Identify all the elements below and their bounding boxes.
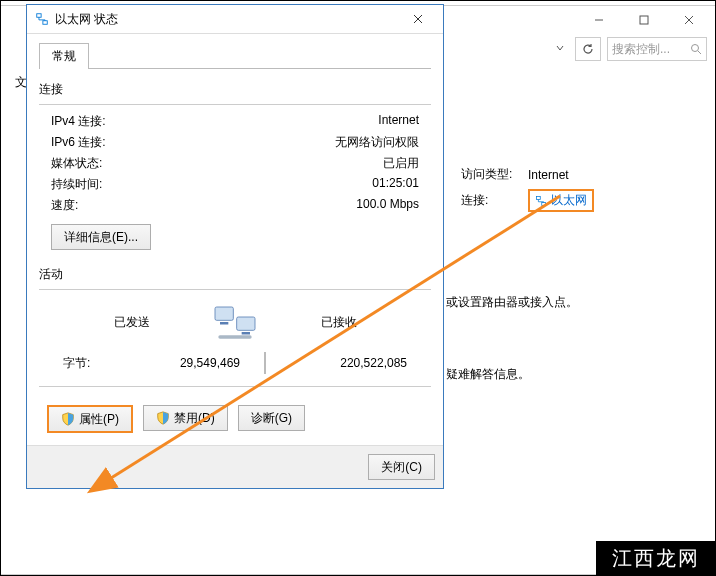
ipv4-value: Internet xyxy=(106,113,419,130)
svg-rect-8 xyxy=(37,14,41,18)
maximize-button[interactable] xyxy=(621,6,666,34)
separator xyxy=(264,352,266,374)
diagnose-button-label: 诊断(G) xyxy=(251,410,292,427)
disable-button-label: 禁用(D) xyxy=(174,410,215,427)
watermark: 江西龙网 xyxy=(596,541,716,576)
activity-section-title: 活动 xyxy=(39,266,431,283)
refresh-button[interactable] xyxy=(575,37,601,61)
ipv6-value: 无网络访问权限 xyxy=(106,134,419,151)
ethernet-link[interactable]: 以太网 xyxy=(528,189,594,212)
tab-strip: 常规 xyxy=(39,42,431,68)
dialog-footer: 关闭(C) xyxy=(27,445,443,488)
network-icon xyxy=(35,12,49,26)
button-row: 属性(P) 禁用(D) 诊断(G) xyxy=(39,395,431,433)
svg-rect-14 xyxy=(220,322,228,325)
bytes-row: 字节: 29,549,469 220,522,085 xyxy=(39,342,431,384)
diagnose-button[interactable]: 诊断(G) xyxy=(238,405,305,431)
details-button[interactable]: 详细信息(E)... xyxy=(51,224,151,250)
svg-rect-15 xyxy=(242,332,250,335)
properties-button-label: 属性(P) xyxy=(79,411,119,428)
properties-button[interactable]: 属性(P) xyxy=(47,405,133,433)
sent-label: 已发送 xyxy=(63,314,200,331)
svg-rect-1 xyxy=(640,16,648,24)
recv-label: 已接收 xyxy=(270,314,407,331)
access-type-label: 访问类型: xyxy=(461,166,516,183)
minimize-button[interactable] xyxy=(576,6,621,34)
svg-rect-7 xyxy=(542,202,546,205)
dialog-title: 以太网 状态 xyxy=(55,11,397,28)
chevron-down-icon[interactable] xyxy=(551,42,569,56)
speed-label: 速度: xyxy=(51,197,78,214)
svg-rect-12 xyxy=(215,307,233,320)
network-icon xyxy=(535,195,547,207)
svg-point-4 xyxy=(692,45,699,52)
ipv4-label: IPv4 连接: xyxy=(51,113,106,130)
svg-line-5 xyxy=(698,51,701,54)
access-type-value: Internet xyxy=(528,168,569,182)
duration-label: 持续时间: xyxy=(51,176,102,193)
bytes-label: 字节: xyxy=(63,355,123,372)
bytes-sent: 29,549,469 xyxy=(123,356,240,370)
tab-general[interactable]: 常规 xyxy=(39,43,89,69)
search-input[interactable]: 搜索控制... xyxy=(607,37,707,61)
computers-icon xyxy=(210,302,260,342)
bg-network-info: 访问类型: Internet 连接: 以太网 xyxy=(461,166,594,218)
connection-section-title: 连接 xyxy=(39,81,431,98)
svg-rect-13 xyxy=(237,317,255,330)
speed-value: 100.0 Mbps xyxy=(78,197,419,214)
ipv6-label: IPv6 连接: xyxy=(51,134,106,151)
connection-label: 连接: xyxy=(461,192,516,209)
media-label: 媒体状态: xyxy=(51,155,102,172)
bytes-recv: 220,522,085 xyxy=(290,356,407,370)
svg-rect-9 xyxy=(43,21,47,25)
ethernet-link-text: 以太网 xyxy=(551,192,587,209)
close-dialog-button[interactable]: 关闭(C) xyxy=(368,454,435,480)
svg-rect-6 xyxy=(537,196,541,199)
shield-icon xyxy=(61,412,75,426)
ethernet-status-dialog: 以太网 状态 常规 连接 IPv4 连接:Internet IPv6 连接:无网… xyxy=(26,4,444,489)
dialog-body: 常规 连接 IPv4 连接:Internet IPv6 连接:无网络访问权限 媒… xyxy=(27,34,443,445)
media-value: 已启用 xyxy=(102,155,419,172)
activity-row: 已发送 已接收 xyxy=(39,298,431,342)
shield-icon xyxy=(156,411,170,425)
hint-text-2: 疑难解答信息。 xyxy=(446,366,530,383)
disable-button[interactable]: 禁用(D) xyxy=(143,405,228,431)
close-button[interactable] xyxy=(666,6,711,34)
svg-rect-16 xyxy=(218,335,251,338)
dialog-title-bar: 以太网 状态 xyxy=(27,5,443,34)
duration-value: 01:25:01 xyxy=(102,176,419,193)
hint-text-1: 或设置路由器或接入点。 xyxy=(446,294,578,311)
search-placeholder: 搜索控制... xyxy=(612,41,670,58)
dialog-close-button[interactable] xyxy=(397,6,439,32)
